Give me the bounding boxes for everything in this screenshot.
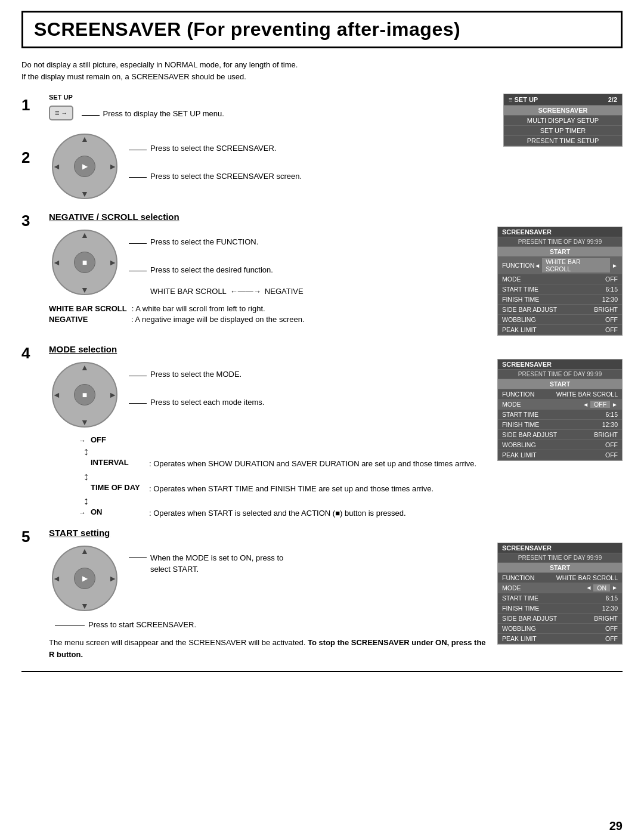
ss-ft-val-5: 12:30 [602, 605, 618, 612]
ss-peak-label-3: PEAK LIMIT [502, 326, 537, 333]
scroll-arrows: ←——→ [230, 287, 261, 296]
ss-st-label-4: START TIME [502, 411, 538, 418]
step-1-content: SET UP ≡ → Press to display the SET UP m… [49, 94, 497, 122]
ss-row-sba-4: SIDE BAR ADJUST BRIGHT [498, 430, 622, 440]
mode-down-3: ↕ [83, 496, 487, 506]
step-3-instructions: Press to select the FUNCTION. Press to s… [129, 227, 304, 299]
ss-row-start-5: START [498, 563, 622, 573]
ss-row-wob-3: WOBBLING OFF [498, 315, 622, 325]
page-number: 29 [609, 819, 623, 833]
step-3-instruction-2: Press to select the desired function. [150, 264, 273, 276]
connector-5a [129, 557, 147, 558]
menu-row-present: PRESENT TIME SETUP [504, 136, 622, 146]
desc-2-row: NEGATIVE : A negative image will be disp… [49, 315, 487, 324]
dpad-right-2: ► [109, 162, 117, 171]
ss-wob-val-4: OFF [605, 441, 618, 448]
ss-row-start-time-5: START TIME 6:15 [498, 593, 622, 603]
dpad-right-4: ► [109, 390, 117, 400]
ss-row-finish-3: FINISH TIME 12:30 [498, 295, 622, 305]
mode-value-5: ON [593, 584, 610, 592]
step-5-instruction-1: When the MODE is set to ON, press to sel… [150, 552, 296, 575]
ss-sba-label-4: SIDE BAR ADJUST [502, 431, 557, 438]
menu-icon-arrow: → [61, 110, 67, 116]
ss-peak-label-5: PEAK LIMIT [502, 635, 537, 642]
connector-2b [129, 177, 147, 178]
connector-3a [129, 243, 147, 244]
dpad-center-4 [74, 384, 95, 405]
ss-menu-5-wrapper: SCREENSAVER PRESENT TIME OF DAY 99:99 ST… [497, 543, 623, 645]
ss-peak-val-4: OFF [605, 451, 618, 459]
ss-row-wob-5: WOBBLING OFF [498, 624, 622, 634]
steps-1-2-container: 1 2 SET UP ≡ → [21, 94, 623, 207]
mode-value-4: OFF [590, 401, 610, 408]
ss-row-peak-3: PEAK LIMIT OFF [498, 325, 622, 335]
ss-row-func-4: FUNCTION WHITE BAR SCROLL [498, 389, 622, 400]
ss-st-val-4: 6:15 [606, 411, 618, 418]
ss-peak-label-4: PEAK LIMIT [502, 451, 537, 459]
step-5-dpad: ▲ ▼ ◄ ► [49, 543, 120, 614]
ss-wob-label-3: WOBBLING [502, 316, 536, 323]
ss-row-peak-4: PEAK LIMIT OFF [498, 450, 622, 460]
menu-box-setup: ≡ SET UP 2/2 SCREENSAVER MULTI DISPLAY S… [503, 94, 623, 147]
ss-row-peak-5: PEAK LIMIT OFF [498, 634, 622, 644]
ss-row-start-4: START [498, 379, 622, 389]
ss-peak-val-3: OFF [605, 326, 618, 333]
menu-button-area: ≡ → [49, 106, 73, 120]
steps-12-body: SET UP ≡ → Press to display the SET UP m… [43, 94, 497, 207]
menu-row-timer: SET UP TIMER [504, 126, 622, 136]
step-1-label: SET UP [49, 94, 73, 101]
ss-ft-val-4: 12:30 [602, 421, 618, 428]
step-3-inst-1-row: Press to select the FUNCTION. [129, 236, 304, 250]
step-3: 3 NEGATIVE / SCROLL selection ▲ ▼ ◄ ► [21, 212, 623, 336]
func-arrow-r: ► [612, 262, 618, 269]
step-3-inst-2-row: Press to select the desired function. [129, 264, 304, 278]
step-5-dpad-area: ▲ ▼ ◄ ► When the MODE is set to ON, pres… [49, 543, 487, 614]
intro-line-1: Do not display a still picture, especial… [21, 59, 623, 71]
ss-ft-val-3: 12:30 [602, 296, 618, 303]
page-wrapper: SCREENSAVER (For preventing after-images… [0, 11, 644, 833]
step-4-instructions: Press to select the MODE. Press to selec… [129, 359, 264, 410]
desc-1-label: WHITE BAR SCROLL [49, 304, 127, 313]
step-4-with-menu: ▲ ▼ ◄ ► Press to select the MODE. [49, 359, 623, 519]
ss-present-3: PRESENT TIME OF DAY 99:99 [498, 237, 622, 247]
step-3-dpad-area: ▲ ▼ ◄ ► Press to select the FUNCTION. [49, 227, 487, 299]
ss-mode-label-3: MODE [502, 275, 521, 283]
menu-row-screensaver: SCREENSAVER [504, 106, 622, 116]
step-5-inst-1-row: When the MODE is set to ON, press to sel… [129, 552, 296, 578]
ss-wob-val-5: OFF [605, 625, 618, 632]
ss-func-val-3: ◄ WHITE BAR SCROLL ► [534, 258, 618, 272]
intro-line-2: If the display must remain on, a SCREENS… [21, 71, 623, 83]
mode-tod-label: TIME OF DAY [91, 483, 144, 492]
step-2-content: ▲ ▼ ◄ ► Press to select the SCREENSAVER. [49, 131, 497, 202]
connector-4b [129, 403, 147, 404]
page-title: SCREENSAVER (For preventing after-images… [34, 18, 610, 41]
ss-peak-val-5: OFF [605, 635, 618, 642]
dpad-down-2: ▼ [80, 189, 89, 199]
dpad-up-2: ▲ [80, 134, 89, 144]
dpad-center-2 [74, 156, 95, 177]
intro-text: Do not display a still picture, especial… [21, 59, 623, 83]
scroll-label: WHITE BAR SCROLL [150, 287, 227, 296]
step-3-dpad: ▲ ▼ ◄ ► [49, 227, 120, 298]
step-2-instructions: Press to select the SCREENSAVER. Press t… [129, 131, 302, 184]
step-3-descriptions: WHITE BAR SCROLL : A white bar will scro… [49, 304, 487, 324]
dpad-left-2: ◄ [52, 162, 61, 171]
ss-wob-label-4: WOBBLING [502, 441, 536, 448]
mode-item-tod: → TIME OF DAY : Operates when START TIME… [79, 483, 487, 495]
connector-line-1 [82, 115, 100, 116]
menu-button-icon: ≡ → [49, 106, 73, 120]
ss-func-label-4: FUNCTION [502, 391, 534, 398]
ss-row-finish-5: FINISH TIME 12:30 [498, 603, 622, 614]
step-2-instruction-1: Press to select the SCREENSAVER. [150, 143, 276, 154]
step-4-inst-2-row: Press to select each mode items. [129, 397, 264, 411]
menu-icon-symbol: ≡ [55, 109, 60, 117]
ss-st-val-5: 6:15 [606, 594, 618, 602]
step-4-main: ▲ ▼ ◄ ► Press to select the MODE. [49, 359, 487, 519]
connector-5b [55, 625, 85, 626]
connector-3b [129, 271, 147, 271]
ss-present-4: PRESENT TIME OF DAY 99:99 [498, 370, 622, 379]
step-4-content: MODE selection ▲ ▼ ◄ ► [43, 344, 623, 519]
ss-wob-label-5: WOBBLING [502, 625, 536, 632]
mode-down-1: ↕ [83, 446, 487, 457]
ss-ft-label-5: FINISH TIME [502, 605, 539, 612]
